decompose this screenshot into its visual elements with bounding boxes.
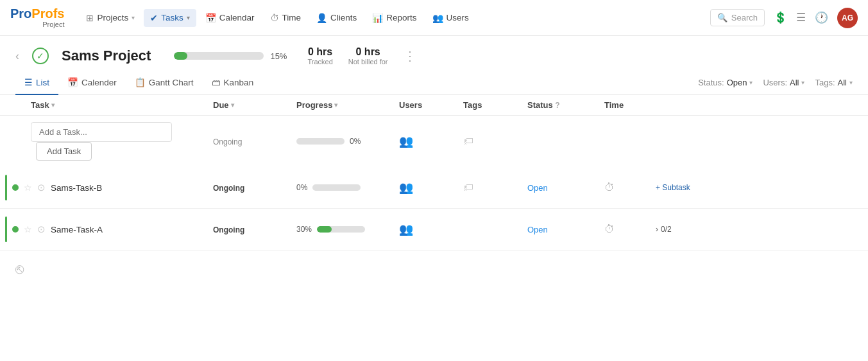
project-status-circle: ✓ <box>32 48 49 64</box>
col-header-due[interactable]: Due ▾ <box>205 95 289 116</box>
gantt-tab-label: Gantt Chart <box>149 78 194 87</box>
task-b-tags: 🏷 <box>455 167 520 209</box>
filter-status-label: Status: <box>698 78 724 87</box>
more-options-button[interactable]: ⋮ <box>404 48 416 64</box>
task-b-tags-icon: 🏷 <box>463 182 473 193</box>
status-help-icon: ? <box>555 101 559 110</box>
task-b-subtask-btn[interactable]: + Subtask <box>656 183 860 192</box>
task-a-check[interactable]: ⊙ <box>37 224 46 235</box>
nav-item-clients[interactable]: 👤 Clients <box>310 9 363 27</box>
task-table-container: Task ▾ Due ▾ Progress ▾ <box>0 95 868 251</box>
nav-item-projects[interactable]: ⊞ Projects ▾ <box>80 9 141 27</box>
col-header-task[interactable]: Task ▾ <box>0 95 205 116</box>
reports-nav-icon: 📊 <box>372 13 383 23</box>
task-a-subtask[interactable]: › 0/2 <box>648 209 868 251</box>
table-row: ☆ ⊙ Same-Task-A Ongoing 30% <box>0 209 868 251</box>
nav-right: 🔍 Search 💲 ☰ 🕐 AG <box>710 8 858 28</box>
due-sort[interactable]: Due ▾ <box>213 100 234 110</box>
tasks-arrow-icon: ▾ <box>187 14 190 21</box>
task-a-subtask-count[interactable]: › 0/2 <box>656 225 860 234</box>
hrs-section: 0 hrs Tracked 0 hrs Not billed for <box>307 46 387 66</box>
add-task-extra <box>648 116 868 168</box>
filter-users-value: All <box>790 78 799 87</box>
task-b-info: ☆ ⊙ Sams-Task-B <box>12 182 102 193</box>
task-a-cell: ☆ ⊙ Same-Task-A <box>0 209 205 251</box>
add-task-button[interactable]: Add Task <box>36 142 92 161</box>
tab-calendar[interactable]: 📅 Calender <box>58 71 126 95</box>
search-icon: 🔍 <box>717 13 728 22</box>
filter-tags-value: All <box>838 78 847 87</box>
task-b-name: Sams-Task-B <box>51 183 102 193</box>
nav-item-tasks[interactable]: ✔ Tasks ▾ <box>144 9 196 27</box>
dollar-icon[interactable]: 💲 <box>774 11 787 24</box>
logo-subtitle: Project <box>10 21 64 28</box>
nav-item-reports[interactable]: 📊 Reports <box>366 9 423 27</box>
back-button[interactable]: ‹ <box>15 49 19 63</box>
list-tab-label: List <box>36 78 49 87</box>
clock-icon[interactable]: 🕐 <box>815 11 828 24</box>
task-b-cell: ☆ ⊙ Sams-Task-B <box>0 167 205 209</box>
task-a-info: ☆ ⊙ Same-Task-A <box>12 224 103 235</box>
nav-label-tasks: Tasks <box>161 13 183 22</box>
project-progress-label: 15% <box>270 51 287 61</box>
billed-hrs-value: 0 hrs <box>348 46 388 58</box>
filter-users[interactable]: Users: All ▾ <box>763 78 804 87</box>
task-b-star[interactable]: ☆ <box>24 182 32 193</box>
task-b-status-value[interactable]: Open <box>527 183 548 193</box>
add-task-prog-bar <box>296 138 345 145</box>
filter-tags[interactable]: Tags: All ▾ <box>815 78 853 87</box>
project-title: Sams Project <box>62 48 151 64</box>
nav-item-users[interactable]: 👥 Users <box>426 9 475 27</box>
col-header-time: Time <box>597 95 648 116</box>
filter-status[interactable]: Status: Open ▾ <box>698 78 753 87</box>
tab-gantt[interactable]: 📋 Gantt Chart <box>126 71 203 95</box>
tab-kanban[interactable]: 🗃 Kanban <box>203 71 263 95</box>
kanban-tab-icon: 🗃 <box>212 78 221 87</box>
search-box[interactable]: 🔍 Search <box>710 9 765 26</box>
task-b-time[interactable]: ⏱ <box>597 167 648 209</box>
task-a-time[interactable]: ⏱ <box>597 209 648 251</box>
task-a-status[interactable]: Open <box>520 209 597 251</box>
export-icon[interactable]: ⎋ <box>15 261 24 277</box>
task-a-due: Ongoing <box>205 209 289 251</box>
nav-label-calendar: Calendar <box>219 13 255 22</box>
tracked-hrs: 0 hrs Tracked <box>307 46 332 66</box>
add-task-input[interactable] <box>31 122 172 142</box>
task-b-border <box>5 175 7 200</box>
task-sort[interactable]: Task ▾ <box>31 100 55 110</box>
task-a-time-icon[interactable]: ⏱ <box>604 224 615 234</box>
calendar-tab-icon: 📅 <box>67 77 78 87</box>
col-header-progress[interactable]: Progress ▾ <box>289 95 391 116</box>
task-a-star[interactable]: ☆ <box>24 224 32 234</box>
table-body: Add Task Ongoing 0% 👥 <box>0 116 868 251</box>
task-b-subtask[interactable]: + Subtask <box>648 167 868 209</box>
task-a-name: Same-Task-A <box>51 225 103 234</box>
col-header-users: Users <box>391 95 455 116</box>
tab-list[interactable]: ☰ List <box>15 71 58 95</box>
users-nav-icon: 👥 <box>432 13 443 23</box>
task-b-users: 👥 <box>391 167 455 209</box>
task-b-status[interactable]: Open <box>520 167 597 209</box>
add-task-cell: Add Task <box>0 116 205 168</box>
progress-sort-arrow: ▾ <box>334 101 337 109</box>
task-b-prog-bar <box>312 184 361 191</box>
add-task-tags-icon: 🏷 <box>463 136 473 146</box>
billed-hrs-label: Not billed for <box>348 58 388 66</box>
nav-label-time: Time <box>282 13 302 22</box>
task-a-status-value[interactable]: Open <box>527 225 548 234</box>
nav-label-reports: Reports <box>386 13 416 22</box>
kanban-tab-label: Kanban <box>224 78 254 87</box>
calendar-tab-label: Calender <box>81 78 117 87</box>
navbar: ProProfs Project ⊞ Projects ▾ ✔ Tasks ▾ … <box>0 0 868 36</box>
task-b-progress: 0% <box>289 167 391 209</box>
nav-item-time[interactable]: ⏱ Time <box>264 9 308 27</box>
task-a-prog-fill <box>317 226 332 233</box>
logo-profs: Profs <box>31 6 64 21</box>
task-b-time-icon[interactable]: ⏱ <box>604 182 615 193</box>
user-avatar[interactable]: AG <box>837 8 858 28</box>
progress-sort[interactable]: Progress ▾ <box>296 100 337 110</box>
menu-icon[interactable]: ☰ <box>796 11 806 24</box>
tabs: ☰ List 📅 Calender 📋 Gantt Chart 🗃 Kanban… <box>0 71 868 95</box>
nav-item-calendar[interactable]: 📅 Calendar <box>199 9 261 27</box>
task-b-check[interactable]: ⊙ <box>37 182 46 193</box>
